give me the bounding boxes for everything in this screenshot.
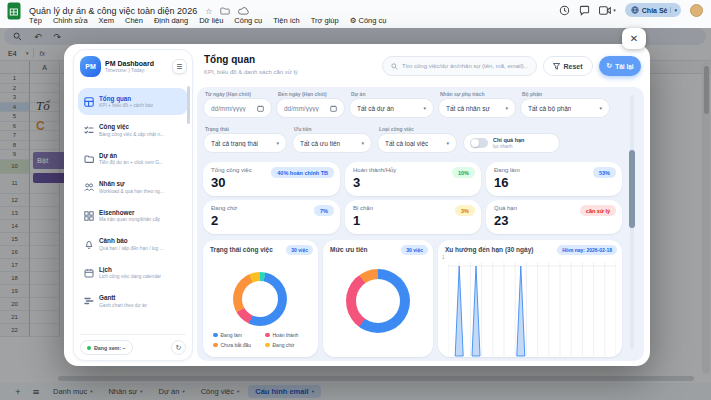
app-title: PM Dashboard [105,60,154,69]
assignee-select[interactable]: Tất cả nhân sự▾ [438,98,516,118]
from-date-input[interactable]: dd/mm/yyyy [203,98,272,118]
priority-select[interactable]: Tất cả ưu tiên▾ [292,133,372,153]
comment-icon[interactable] [579,5,590,16]
filter-label: Bộ phận [522,91,542,97]
chevron-down-icon: ▾ [613,7,616,13]
priority-chart-card: Mức ưu tiên 30 việc [323,240,433,357]
star-icon[interactable]: ☆ [205,7,212,16]
menu-du-lieu[interactable]: Dữ liệu [199,16,223,25]
sidebar-nav: Tổng quanKPI + biểu đồ + cảnh báo Công v… [78,88,188,316]
search-input[interactable]: Tìm công việc/dự án/nhân sự (tên, mã, em… [382,56,537,76]
toggle-label: Chỉ quá hạn [493,137,524,144]
menu-cong-cu[interactable]: Công cụ [234,16,262,25]
tasks-icon [83,125,94,135]
kpi-badge: 10% [452,167,475,178]
menu-custom-cong-cu[interactable]: ⚙ Công cụ [350,16,387,25]
kpi-card-overdue: Quá hạn23 cần xử lý [486,200,622,234]
menu-xem[interactable]: Xem [99,16,114,25]
kpi-badge: 40% hoàn chỉnh TB [271,167,334,178]
sidebar-scrollbar[interactable] [187,86,190,124]
project-select[interactable]: Tất cả dự án▾ [349,98,434,118]
page-subtitle: KPI, biểu đồ & danh sách cần xử lý [204,69,298,75]
sidebar-item-cong-viec[interactable]: Công việcBảng công việc & cập nhật n... [78,117,188,144]
sidebar-item-eisenhower[interactable]: EisenhowerMa trận quan trọng/khẩn cấp [78,202,188,229]
move-folder-icon[interactable] [220,7,230,15]
chevron-down-icon: ▾ [276,140,279,146]
matrix-grid-icon [83,211,94,221]
menu-bar: Tệp Chỉnh sửa Xem Chèn Định dạng Dữ liệu… [29,16,386,25]
kpi-card-waiting: Đang chờ2 7% [203,200,340,234]
filter-label: Đến ngày (Hạn chót) [278,91,327,97]
app-chrome: Quản lý dự án & công việc toàn diện 2026… [0,0,711,28]
kpi-badge: 3% [455,205,475,216]
chevron-down-icon: ▾ [423,105,426,111]
chevron-down-icon: ▾ [505,105,508,111]
filter-label: Nhân sự phụ trách [440,91,484,97]
search-placeholder: Tìm công việc/dự án/nhân sự (tên, mã, em… [402,63,528,69]
task-type-select[interactable]: Tất cả loại việc▾ [377,133,457,153]
dashboard-icon [83,97,94,107]
meet-icon[interactable]: ▾ [599,6,616,15]
status-chart-legend: Đang làm Hoàn thành Chưa bắt đầu Đang ch… [213,332,317,348]
search-icon [391,63,398,70]
cloud-status-icon[interactable] [238,7,249,15]
priority-donut-chart[interactable] [346,269,410,333]
page-title: Tổng quan [204,54,255,65]
sidebar-item-canh-bao[interactable]: Cảnh báoQuá hạn / sắp đến hạn / log ... [78,231,188,258]
sidebar-item-gantt[interactable]: GanttGantt chart theo dự án [78,288,188,315]
sidebar-item-du-an[interactable]: Dự ánTiến độ dự án + click xem G... [78,145,188,172]
sidebar-item-tong-quan[interactable]: Tổng quanKPI + biểu đồ + cảnh báo [78,88,188,115]
menu-tro-giup[interactable]: Trợ giúp [311,16,339,25]
menu-tien-ich[interactable]: Tiện ích [273,16,299,25]
legend-item: Đang chờ [265,342,317,348]
reload-button[interactable]: ↻ Tải lại [599,56,641,76]
status-select[interactable]: Tất cả trạng thái▾ [203,133,287,153]
sidebar-collapse-button[interactable]: ☰ [172,59,187,74]
calendar-icon [83,268,94,278]
kpi-card-done: Hoàn thành/Hủy3 10% [345,162,481,196]
dashboard-main: Tổng quan KPI, biểu đồ & danh sách cần x… [197,49,644,361]
content-scrollbar-thumb[interactable] [629,150,635,228]
user-avatar[interactable] [690,4,703,17]
filter-icon [553,63,560,70]
sidebar-item-nhan-su[interactable]: Nhân sựWorkload & quá hạn theo ng... [78,174,188,201]
sheets-logo-icon[interactable] [7,2,21,20]
overdue-toggle[interactable] [470,138,488,148]
status-donut-chart[interactable] [233,272,287,326]
trend-plot[interactable] [448,259,616,357]
history-icon[interactable] [559,5,570,16]
menu-chen[interactable]: Chèn [125,16,143,25]
menu-chinh-sua[interactable]: Chỉnh sửa [53,16,88,25]
kpi-card-in-progress: Đang làm16 53% [486,162,622,196]
online-dot-icon [87,346,91,350]
people-icon [83,182,94,192]
globe-icon [631,6,639,14]
legend-dot-icon [265,343,270,348]
share-dropdown-icon[interactable]: ▾ [670,7,677,13]
dashboard-content: Từ ngày (Hạn chót) dd/mm/yyyy Đến ngày (… [197,87,644,361]
document-title[interactable]: Quản lý dự án & công việc toàn diện 2026 [29,6,197,16]
chart-badge: 30 việc [286,245,313,255]
calendar-icon [257,105,264,112]
chart-badge: Hôm nay: 2026-02-18 [557,245,617,255]
filter-label: Ưu tiên [294,126,311,132]
gantt-icon [83,296,94,306]
menu-tep[interactable]: Tệp [29,16,42,25]
filter-label: Loại công việc [379,126,414,132]
sidebar-refresh-button[interactable]: ↻ [171,340,186,355]
calendar-icon [330,105,337,112]
gear-icon: ⚙ [350,16,357,25]
reset-button[interactable]: Reset [543,56,593,76]
to-date-input[interactable]: dd/mm/yyyy [276,98,345,118]
department-select[interactable]: Tất cả bộ phận▾ [520,98,610,118]
menu-dinh-dang[interactable]: Định dạng [154,16,188,25]
refresh-icon: ↻ [606,62,612,70]
kpi-badge: 7% [314,205,334,216]
sidebar-item-lich[interactable]: LịchLịch công việc dạng calendar [78,259,188,286]
legend-item: Chưa bắt đầu [213,342,265,348]
modal-close-button[interactable]: ✕ [622,28,646,49]
filter-label: Dự án [351,91,365,97]
kpi-card-total: Tổng công việc30 40% hoàn chỉnh TB [203,162,340,196]
chevron-down-icon: ▾ [446,140,449,146]
share-button[interactable]: Chia Sẻ ▾ [625,3,681,17]
